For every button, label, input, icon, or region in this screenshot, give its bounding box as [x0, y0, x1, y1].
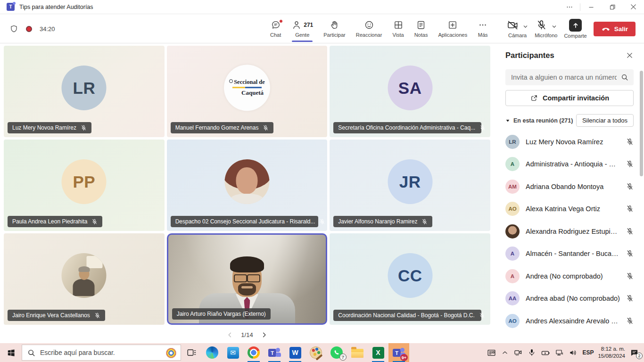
share-invitation-icon [530, 94, 538, 102]
meeting-timer: 34:20 [40, 25, 55, 33]
camera-chevron-icon[interactable] [523, 24, 528, 29]
start-button[interactable] [0, 343, 22, 362]
participant-row[interactable]: A Andrea (No comprobado) [505, 265, 634, 288]
microphone-tray-icon[interactable] [527, 348, 537, 357]
more-dots-icon [478, 20, 488, 30]
participant-name-chip: Despacho 02 Consejo Seccional Judicatura… [171, 216, 318, 227]
participant-row[interactable]: A Almacén - Santander - Bucara... [505, 243, 634, 265]
tray-expand-chevron-icon[interactable] [501, 348, 509, 357]
tab-raise-hand[interactable]: Participar [318, 14, 350, 42]
notification-center-button[interactable]: 2 [629, 348, 639, 358]
microphone-chevron-icon[interactable] [552, 24, 557, 29]
microphone-button[interactable]: Micrófono [535, 19, 557, 38]
mic-off-icon[interactable] [626, 250, 634, 257]
window-menu-button[interactable] [559, 0, 580, 14]
taskbar-excel[interactable]: X [368, 343, 388, 362]
mic-off-icon[interactable] [626, 228, 634, 235]
participant-tile[interactable]: SA Secretaría Oficina Coordinación Admin… [330, 46, 490, 137]
mic-off-icon[interactable] [626, 205, 634, 213]
participant-row[interactable]: AM Adriana Obando Montoya [505, 175, 634, 198]
participants-panel: Participantes Compartir invitación En es… [494, 43, 644, 343]
taskbar-paint[interactable] [305, 343, 326, 362]
tab-apps[interactable]: Aplicaciones [433, 14, 472, 42]
volume-tray-icon[interactable] [569, 348, 578, 357]
camera-tray-icon[interactable] [513, 348, 523, 357]
tab-people[interactable]: 271 Gente [286, 14, 318, 42]
participant-row[interactable]: Alexandra Rodriguez Estupiñan [505, 220, 634, 243]
participant-row[interactable]: LR Luz Mery Novoa Ramírez [505, 131, 634, 153]
minimize-button[interactable] [580, 0, 602, 14]
teams-icon: T [268, 346, 281, 359]
task-view-button[interactable] [181, 343, 202, 362]
tab-view[interactable]: Vista [387, 14, 409, 42]
close-panel-icon[interactable] [626, 51, 634, 59]
participant-tile[interactable]: Seccional de Caquetá Manuel Fernando Gom… [167, 46, 328, 137]
share-tray-icon [569, 19, 582, 32]
share-button[interactable]: Comparte [564, 19, 586, 39]
participant-tile[interactable]: CC Coordinación Nacional Calidad - Bogot… [330, 233, 490, 325]
avatar: PP [62, 159, 107, 204]
file-explorer-icon [351, 349, 363, 358]
participant-row[interactable]: AO Alexa Katrina Vega Ortiz [505, 198, 634, 221]
photo-avatar [62, 253, 107, 298]
participant-tile[interactable]: Jairo Enrique Vera Castellanos [4, 233, 165, 325]
photo-avatar [224, 159, 269, 204]
widgets-tray-icon[interactable] [487, 348, 496, 358]
participant-list: LR Luz Mery Novoa Ramírez A Administrati… [505, 131, 634, 332]
time: 8:12 a. m. [601, 346, 625, 352]
taskbar-teams[interactable]: T [264, 343, 285, 362]
page-next-icon[interactable] [261, 331, 268, 338]
participant-tile-speaking[interactable]: Jairo Arturo Riaño Vargas (Externo) [167, 233, 328, 325]
mic-off-icon[interactable] [626, 183, 634, 190]
taskbar-mail[interactable]: ✉ [223, 343, 243, 362]
language-indicator[interactable]: ESP [582, 349, 594, 356]
participant-row[interactable]: AA Andrea abad (No comprobado) [505, 288, 634, 310]
participant-name: Adriana Obando Montoya [526, 183, 620, 190]
taskbar-chrome[interactable] [243, 343, 264, 362]
participant-row[interactable]: AO Andres Alexsaindre Arevalo Os... [505, 310, 634, 332]
mic-off-icon[interactable] [626, 317, 634, 325]
participant-row[interactable]: A Administrativa - Antioquia - M... [505, 153, 634, 176]
participant-name: Andrea (No comprobado) [526, 272, 620, 280]
participant-tile[interactable]: LR Luz Mery Novoa Ramírez [4, 46, 165, 137]
camera-button[interactable]: Cámara [507, 19, 528, 38]
photo-avatar [505, 224, 520, 239]
taskbar-file-explorer[interactable] [347, 343, 368, 362]
taskbar-teams-active[interactable]: T 9+ [388, 343, 409, 362]
restore-button[interactable] [602, 0, 623, 14]
page-previous-icon[interactable] [226, 331, 233, 338]
tab-chat[interactable]: Chat [265, 14, 286, 42]
tab-more[interactable]: Más [472, 14, 493, 42]
share-invitation-button[interactable]: Compartir invitación [505, 90, 634, 106]
in-meeting-section-toggle[interactable]: En esta reunión (271) [505, 117, 573, 124]
participant-name: Alexandra Rodriguez Estupiñan [526, 228, 620, 235]
network-tray-icon[interactable] [555, 348, 564, 357]
taskbar-clock[interactable]: 8:12 a. m. 15/08/2024 [598, 346, 625, 360]
meeting-toolbar: 34:20 Chat 271 Gente Participar Reaccion… [0, 14, 644, 43]
panel-scrollbar[interactable] [640, 71, 643, 176]
mic-off-icon[interactable] [626, 295, 634, 302]
mic-off-icon[interactable] [626, 138, 634, 146]
tab-react[interactable]: Reaccionar [351, 14, 388, 42]
participant-name-chip: Jairo Arturo Riaño Vargas (Externo) [172, 308, 271, 320]
battery-tray-icon[interactable] [541, 348, 551, 358]
excel-icon: X [372, 347, 384, 359]
paint-icon [310, 346, 322, 359]
tab-notes[interactable]: Notas [409, 14, 433, 42]
taskbar-whatsapp[interactable]: 7 [326, 343, 347, 362]
participant-tile[interactable]: PP Paula Andrea Leon Piedrahita [4, 140, 165, 231]
taskbar-search-input[interactable] [22, 345, 181, 360]
invite-search-input[interactable] [505, 69, 634, 85]
leave-button[interactable]: Salir [594, 22, 636, 36]
participant-tile[interactable]: JR Javier Alfonso Naranjo Ramirez [330, 140, 490, 231]
mic-off-icon [81, 125, 87, 131]
mute-all-button[interactable]: Silenciar a todos [576, 114, 634, 127]
taskbar-word[interactable]: W [285, 343, 305, 362]
avatar: JR [388, 159, 432, 204]
participant-tile[interactable]: Despacho 02 Consejo Seccional Judicatura… [167, 140, 328, 231]
taskbar-edge[interactable] [202, 343, 223, 362]
close-button[interactable] [623, 0, 644, 14]
mic-off-icon[interactable] [626, 160, 634, 168]
colombia-emblem-icon [166, 348, 176, 358]
mic-off-icon[interactable] [626, 272, 634, 280]
